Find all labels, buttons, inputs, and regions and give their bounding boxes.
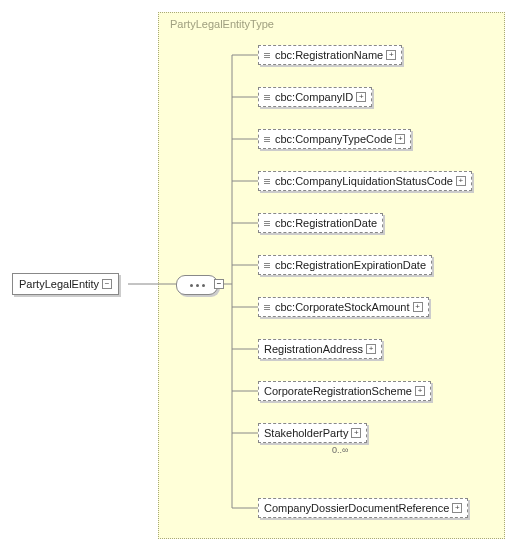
attribute-bars-icon	[264, 53, 270, 58]
child-node[interactable]: cbc:RegistrationDate	[258, 213, 383, 233]
plus-icon[interactable]: +	[452, 503, 462, 513]
child-label: cbc:RegistrationExpirationDate	[275, 259, 426, 271]
child-node[interactable]: CorporateRegistrationScheme+	[258, 381, 431, 401]
child-label: RegistrationAddress	[264, 343, 363, 355]
child-label: cbc:CorporateStockAmount	[275, 301, 410, 313]
plus-icon[interactable]: +	[415, 386, 425, 396]
child-label: cbc:RegistrationDate	[275, 217, 377, 229]
child-label: cbc:RegistrationName	[275, 49, 383, 61]
child-node[interactable]: StakeholderParty+	[258, 423, 367, 443]
root-label: PartyLegalEntity	[19, 278, 99, 290]
child-label: cbc:CompanyTypeCode	[275, 133, 392, 145]
child-node[interactable]: cbc:RegistrationName+	[258, 45, 402, 65]
cardinality-label: 0..∞	[332, 445, 348, 455]
child-label: cbc:CompanyID	[275, 91, 353, 103]
attribute-bars-icon	[264, 263, 270, 268]
minus-icon[interactable]: −	[214, 279, 224, 289]
child-label: cbc:CompanyLiquidationStatusCode	[275, 175, 453, 187]
child-node[interactable]: RegistrationAddress+	[258, 339, 382, 359]
child-label: CorporateRegistrationScheme	[264, 385, 412, 397]
child-label: CompanyDossierDocumentReference	[264, 502, 449, 514]
child-node[interactable]: cbc:CorporateStockAmount+	[258, 297, 429, 317]
plus-icon[interactable]: +	[456, 176, 466, 186]
child-node[interactable]: cbc:CompanyTypeCode+	[258, 129, 411, 149]
plus-icon[interactable]: +	[356, 92, 366, 102]
minus-icon[interactable]: −	[102, 279, 112, 289]
attribute-bars-icon	[264, 305, 270, 310]
attribute-bars-icon	[264, 137, 270, 142]
plus-icon[interactable]: +	[386, 50, 396, 60]
plus-icon[interactable]: +	[351, 428, 361, 438]
plus-icon[interactable]: +	[395, 134, 405, 144]
diagram-canvas: PartyLegalEntityType PartyLegalEntity − …	[0, 0, 510, 547]
child-node[interactable]: cbc:CompanyLiquidationStatusCode+	[258, 171, 472, 191]
type-label: PartyLegalEntityType	[170, 18, 274, 30]
child-node[interactable]: cbc:CompanyID+	[258, 87, 372, 107]
child-label: StakeholderParty	[264, 427, 348, 439]
sequence-node[interactable]	[176, 275, 218, 295]
attribute-bars-icon	[264, 179, 270, 184]
attribute-bars-icon	[264, 95, 270, 100]
plus-icon[interactable]: +	[366, 344, 376, 354]
plus-icon[interactable]: +	[413, 302, 423, 312]
attribute-bars-icon	[264, 221, 270, 226]
child-node[interactable]: CompanyDossierDocumentReference+	[258, 498, 468, 518]
root-node[interactable]: PartyLegalEntity −	[12, 273, 119, 295]
child-node[interactable]: cbc:RegistrationExpirationDate	[258, 255, 432, 275]
